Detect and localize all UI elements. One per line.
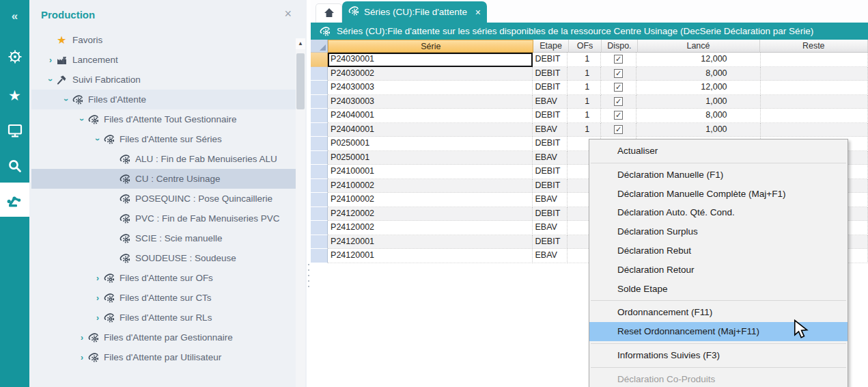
sidebar-item-helm[interactable] xyxy=(0,41,29,72)
tree-item-files-d-attente-sur-ofs[interactable]: › Files d'Attente sur OFs xyxy=(31,268,296,288)
chevron-down-icon[interactable]: › xyxy=(76,115,88,124)
select-all-corner[interactable] xyxy=(311,40,328,53)
cell-ofs[interactable]: 1 xyxy=(568,53,601,67)
sidebar-item-star[interactable]: ★ xyxy=(0,79,29,111)
scrollbar-thumb[interactable] xyxy=(296,53,305,109)
cell-etape[interactable]: DEBIT xyxy=(533,137,568,151)
checkbox-checked-icon[interactable]: ✓ xyxy=(614,125,623,134)
row-selector[interactable] xyxy=(311,179,328,194)
cell-serie[interactable]: P24120001 xyxy=(328,235,532,250)
column-header-lanc[interactable]: Lancé xyxy=(638,40,760,53)
chevron-right-icon[interactable]: › xyxy=(76,353,88,362)
cell-etape[interactable]: EBAV xyxy=(533,123,568,137)
tree-item-pvc-fin-de-fab-menuiseries-pvc[interactable]: PVC : Fin de Fab Menuiseries PVC xyxy=(31,209,296,228)
cell-lance[interactable]: 1,000 xyxy=(636,95,760,109)
tree-item-files-d-attente-par-gestionnaire[interactable]: › Files d'Attente par Gestionnaire xyxy=(31,328,296,347)
row-selector[interactable] xyxy=(311,165,328,179)
column-header-ofs[interactable]: OFs xyxy=(569,40,602,53)
tree-item-files-d-attente[interactable]: › Files d'Attente xyxy=(31,90,296,109)
sidebar-item-monitor[interactable] xyxy=(0,115,29,146)
tab-close-icon[interactable]: × xyxy=(475,7,481,18)
cell-dispo[interactable]: ✓ xyxy=(601,109,636,123)
tree-item-scie-scie-manuelle[interactable]: SCIE : Scie manuelle xyxy=(31,228,296,248)
cell-serie[interactable]: P24100001 xyxy=(328,165,532,179)
column-header-reste[interactable]: Reste xyxy=(760,40,868,53)
cell-ofs[interactable]: 1 xyxy=(568,81,601,95)
cell-etape[interactable]: EBAV xyxy=(533,95,568,109)
column-header-etape[interactable]: Etape xyxy=(533,40,568,53)
chevron-right-icon[interactable]: › xyxy=(92,313,104,323)
tree-item-cu-centre-usinage[interactable]: CU : Centre Usinage xyxy=(31,169,296,189)
cell-reste[interactable] xyxy=(761,95,868,109)
cell-etape[interactable]: DEBIT xyxy=(533,165,568,179)
table-row[interactable]: P24030003DEBIT1✓12,000 xyxy=(311,81,868,95)
cell-etape[interactable]: EBAV xyxy=(533,221,568,235)
cell-etape[interactable]: DEBIT xyxy=(533,109,568,123)
cell-reste[interactable] xyxy=(761,109,868,123)
cell-reste[interactable] xyxy=(761,81,868,95)
cell-etape[interactable]: DEBIT xyxy=(533,67,568,81)
row-selector[interactable] xyxy=(311,67,328,81)
row-selector[interactable] xyxy=(311,137,328,151)
chevron-down-icon[interactable]: › xyxy=(44,75,57,85)
chevron-right-icon[interactable]: › xyxy=(92,293,104,303)
cell-ofs[interactable]: 1 xyxy=(568,109,601,123)
menu-item-reset-ordonnancement-maj-f11[interactable]: Reset Ordonnancement (Maj+F11) xyxy=(589,322,848,341)
tree-scrollbar[interactable]: ▲ xyxy=(296,38,305,387)
cell-etape[interactable]: DEBIT xyxy=(533,53,568,67)
cell-lance[interactable]: 1,000 xyxy=(636,123,760,137)
table-row[interactable]: P24030002DEBIT1✓8,000 xyxy=(311,67,868,81)
table-row[interactable]: P24030003EBAV1✓1,000 xyxy=(311,95,868,109)
cell-etape[interactable]: DEBIT xyxy=(533,179,568,194)
cell-serie[interactable]: P24040001 xyxy=(328,109,532,123)
cell-etape[interactable]: EBAV xyxy=(533,249,568,263)
cell-dispo[interactable]: ✓ xyxy=(601,123,636,137)
menu-item-d-claration-manuelle-f1[interactable]: Déclaration Manuelle (F1) xyxy=(589,165,848,185)
row-selector[interactable] xyxy=(311,109,328,123)
tree-item-favoris[interactable]: ★Favoris xyxy=(31,30,296,50)
tree-item-alu-fin-de-fab-menuiseries-alu[interactable]: ALU : Fin de Fab Menuiseries ALU xyxy=(31,149,296,169)
tree-item-files-d-attente-sur-s-ries[interactable]: › Files d'Attente sur Séries xyxy=(31,129,296,149)
cell-reste[interactable] xyxy=(761,67,868,81)
checkbox-checked-icon[interactable]: ✓ xyxy=(614,97,623,106)
row-selector[interactable] xyxy=(311,53,328,67)
menu-item-d-claration-retour[interactable]: Déclaration Retour xyxy=(589,261,848,280)
cell-serie[interactable]: P24120001 xyxy=(328,249,532,263)
tree-item-files-d-attente-sur-cts[interactable]: › Files d'Attente sur CTs xyxy=(31,288,296,308)
cell-ofs[interactable]: 1 xyxy=(568,95,601,109)
checkbox-checked-icon[interactable]: ✓ xyxy=(614,83,623,92)
menu-item-actualiser[interactable]: Actualiser xyxy=(589,142,848,161)
tree-item-soudeuse-soudeuse[interactable]: SOUDEUSE : Soudeuse xyxy=(31,248,296,268)
menu-item-d-claration-auto-qt-cond[interactable]: Déclaration Auto. Qté. Cond. xyxy=(589,203,848,222)
tree-item-posequinc-pose-quincaillerie[interactable]: POSEQUINC : Pose Quincaillerie xyxy=(31,189,296,209)
tree-item-suivi-fabrication[interactable]: › Suivi Fabrication xyxy=(31,70,296,90)
menu-item-d-claration-rebut[interactable]: Déclaration Rebut xyxy=(589,241,848,261)
cell-dispo[interactable]: ✓ xyxy=(601,95,636,109)
cell-serie[interactable]: P24100002 xyxy=(328,193,532,207)
cell-etape[interactable]: EBAV xyxy=(533,193,568,207)
cell-serie[interactable]: P0250001 xyxy=(328,137,532,151)
cell-etape[interactable]: DEBIT xyxy=(533,207,568,222)
cell-dispo[interactable]: ✓ xyxy=(601,53,636,67)
scroll-up-icon[interactable]: ▲ xyxy=(296,38,305,49)
chevron-right-icon[interactable]: › xyxy=(44,55,57,65)
menu-item-ordonnancement-f11[interactable]: Ordonnancement (F11) xyxy=(589,303,848,322)
checkbox-checked-icon[interactable]: ✓ xyxy=(614,69,623,78)
row-selector[interactable] xyxy=(311,221,328,235)
cell-ofs[interactable]: 1 xyxy=(568,123,601,137)
cell-reste[interactable] xyxy=(761,53,868,67)
cell-serie[interactable]: P24100002 xyxy=(328,179,532,194)
chevron-down-icon[interactable]: › xyxy=(60,95,72,105)
tab-active[interactable]: Séries (CU):File d'attente sur les série… xyxy=(342,1,487,23)
checkbox-checked-icon[interactable]: ✓ xyxy=(614,55,623,64)
cell-serie[interactable]: P24120002 xyxy=(328,221,532,235)
cell-ofs[interactable]: 1 xyxy=(568,67,601,81)
sidebar-item-robot-arm[interactable] xyxy=(0,183,29,217)
cell-reste[interactable] xyxy=(761,123,868,137)
tree-item-files-d-attente-par-utilisateur[interactable]: › Files d'Attente par Utilisateur xyxy=(31,347,296,367)
table-row[interactable]: P24040001DEBIT1✓8,000 xyxy=(311,109,868,123)
menu-item-d-claration-surplus[interactable]: Déclaration Surplus xyxy=(589,222,848,241)
row-selector[interactable] xyxy=(311,249,328,263)
chevron-right-icon[interactable]: › xyxy=(76,333,88,343)
cell-serie[interactable]: P24040001 xyxy=(328,123,532,137)
